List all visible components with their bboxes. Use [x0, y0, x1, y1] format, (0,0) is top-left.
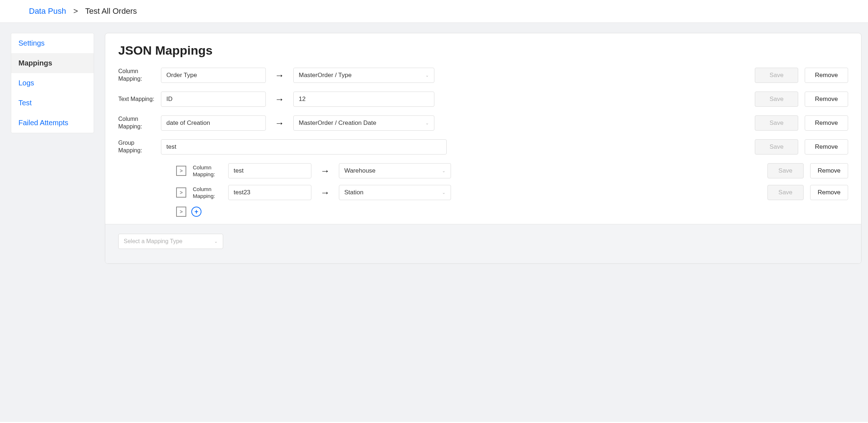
mapping-type-label: Group Mapping:	[118, 139, 154, 155]
sidebar-item-failed-attempts[interactable]: Failed Attempts	[11, 113, 94, 133]
mapping-source-input[interactable]	[161, 92, 266, 107]
arrow-right-icon: →	[272, 118, 287, 129]
mapping-target-select[interactable]: Warehouse ⌄	[339, 163, 451, 178]
arrow-right-icon: →	[272, 94, 287, 105]
mapping-type-label: Column Mapping:	[193, 186, 222, 200]
save-button[interactable]: Save	[767, 163, 804, 178]
remove-button[interactable]: Remove	[810, 185, 848, 200]
expand-toggle-icon[interactable]: >	[176, 166, 186, 176]
chevron-down-icon: ⌄	[442, 168, 446, 173]
breadcrumb-separator: >	[73, 7, 78, 16]
breadcrumb: Data Push > Test All Orders	[0, 0, 868, 23]
select-value: Station	[344, 189, 363, 196]
chevron-down-icon: ⌄	[425, 120, 429, 126]
footer-bar: Select a Mapping Type ⌄	[105, 224, 861, 263]
save-button[interactable]: Save	[755, 92, 798, 107]
sidebar-item-mappings[interactable]: Mappings	[11, 53, 94, 73]
mapping-target-select[interactable]: Station ⌄	[339, 185, 451, 200]
sidebar-item-test[interactable]: Test	[11, 93, 94, 113]
select-value: Warehouse	[344, 167, 375, 174]
mapping-source-input[interactable]	[161, 68, 266, 83]
mapping-target-input[interactable]	[293, 92, 434, 107]
chevron-down-icon: ⌄	[425, 73, 429, 78]
mapping-source-input[interactable]	[161, 115, 266, 131]
expand-toggle-icon[interactable]: >	[176, 187, 186, 198]
remove-button[interactable]: Remove	[805, 139, 848, 155]
select-value: MasterOrder / Type	[299, 72, 352, 79]
sidebar-item-settings[interactable]: Settings	[11, 33, 94, 53]
mapping-type-label: Column Mapping:	[118, 115, 154, 131]
nested-mapping-row: > Column Mapping: → Warehouse ⌄ Save Rem…	[176, 163, 848, 178]
group-name-input[interactable]	[161, 139, 447, 155]
main-panel: JSON Mappings Column Mapping: → MasterOr…	[105, 33, 861, 264]
mapping-source-input[interactable]	[228, 163, 311, 178]
mapping-source-input[interactable]	[228, 185, 311, 200]
save-button[interactable]: Save	[755, 68, 798, 83]
mapping-row: Column Mapping: → MasterOrder / Type ⌄ S…	[118, 68, 848, 83]
side-nav: Settings Mappings Logs Test Failed Attem…	[11, 33, 94, 133]
nested-mapping-row: > Column Mapping: → Station ⌄ Save Remov…	[176, 185, 848, 200]
remove-button[interactable]: Remove	[805, 115, 848, 131]
page-title: JSON Mappings	[118, 43, 848, 58]
remove-button[interactable]: Remove	[810, 163, 848, 178]
select-value: MasterOrder / Creation Date	[299, 119, 376, 127]
mapping-target-select[interactable]: MasterOrder / Type ⌄	[293, 68, 434, 83]
remove-button[interactable]: Remove	[805, 68, 848, 83]
save-button[interactable]: Save	[767, 185, 804, 200]
mapping-row: Column Mapping: → MasterOrder / Creation…	[118, 115, 848, 131]
arrow-right-icon: →	[318, 165, 332, 177]
mapping-row-group: Group Mapping: Save Remove	[118, 139, 848, 155]
mapping-type-label: Text Mapping:	[118, 96, 154, 103]
arrow-right-icon: →	[318, 187, 332, 198]
breadcrumb-parent-link[interactable]: Data Push	[29, 7, 66, 16]
add-nested-row: > +	[176, 207, 848, 217]
mapping-type-label: Column Mapping:	[193, 164, 222, 178]
expand-toggle-icon[interactable]: >	[176, 207, 186, 217]
remove-button[interactable]: Remove	[805, 92, 848, 107]
sidebar-item-logs[interactable]: Logs	[11, 73, 94, 93]
arrow-right-icon: →	[272, 70, 287, 81]
breadcrumb-current: Test All Orders	[85, 7, 137, 16]
mapping-row: Text Mapping: → Save Remove	[118, 92, 848, 107]
select-placeholder: Select a Mapping Type	[124, 238, 182, 245]
mapping-type-select[interactable]: Select a Mapping Type ⌄	[118, 234, 223, 249]
chevron-down-icon: ⌄	[214, 239, 218, 244]
mapping-type-label: Column Mapping:	[118, 68, 154, 83]
mapping-target-select[interactable]: MasterOrder / Creation Date ⌄	[293, 115, 434, 131]
add-mapping-icon[interactable]: +	[191, 207, 201, 217]
save-button[interactable]: Save	[755, 115, 798, 131]
chevron-down-icon: ⌄	[442, 190, 446, 195]
save-button[interactable]: Save	[755, 139, 798, 155]
